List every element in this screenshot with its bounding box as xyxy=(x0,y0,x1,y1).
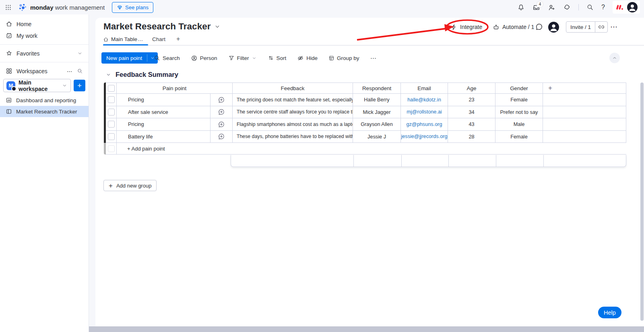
column-summary-footer xyxy=(231,155,626,167)
search-button[interactable]: Search xyxy=(154,55,180,61)
gender-cell[interactable]: Prefer not to say xyxy=(495,106,543,119)
board-owner-avatar[interactable] xyxy=(548,22,559,33)
help-menu-button[interactable]: ? xyxy=(601,4,605,11)
new-pain-point-button[interactable]: New pain point xyxy=(101,52,158,64)
board-chat-button[interactable] xyxy=(535,23,543,31)
sidebar-item-market-research-tracker[interactable]: Market Research Tracker xyxy=(0,106,89,117)
person-filter-button[interactable]: Person xyxy=(191,55,217,62)
workspace-search-icon[interactable] xyxy=(77,68,83,74)
add-conversation-icon[interactable] xyxy=(218,133,225,140)
age-cell[interactable]: 23 xyxy=(448,94,495,106)
respondent-cell[interactable]: Jessie J xyxy=(353,131,401,143)
add-pain-point-button[interactable]: + Add pain point xyxy=(117,143,626,155)
app-grid-icon[interactable] xyxy=(5,4,12,11)
pain-point-cell[interactable]: Pricing xyxy=(117,94,211,106)
tab-main-table[interactable]: Main Table xyxy=(103,36,137,42)
select-all-checkbox[interactable] xyxy=(108,85,115,92)
feedback-cell[interactable]: These days, phone batteries have to be r… xyxy=(233,131,353,143)
workspaces-menu-button[interactable]: ⋯ xyxy=(67,68,73,74)
gender-cell[interactable]: Female xyxy=(495,131,543,143)
chevron-up-icon xyxy=(612,55,617,61)
feedback-cell[interactable]: Flagship smartphones almost cost as much… xyxy=(233,118,353,131)
column-header-pain-point[interactable]: Pain point xyxy=(117,82,233,94)
add-conversation-icon[interactable] xyxy=(218,96,225,103)
column-header-feedback[interactable]: Feedback xyxy=(233,82,353,94)
add-workspace-item-button[interactable]: + xyxy=(74,80,85,91)
board-menu-button[interactable]: ⋯ xyxy=(610,23,618,31)
pain-point-cell[interactable]: After sale service xyxy=(117,106,211,119)
column-header-gender[interactable]: Gender xyxy=(495,82,543,94)
group-color-bar xyxy=(104,82,106,143)
toolbar-menu-button[interactable]: ⋯ xyxy=(370,55,377,61)
sidebar-item-workspaces[interactable]: Workspaces ⋯ xyxy=(0,65,89,77)
product-name: monday work management xyxy=(30,4,105,11)
apps-marketplace-button[interactable] xyxy=(563,4,571,11)
topbar-actions: 4 ? xyxy=(517,0,640,14)
row-checkbox[interactable] xyxy=(108,121,115,128)
sidebar-item-favorites[interactable]: Favorites xyxy=(0,47,89,59)
tab-options-button[interactable]: ⋯ xyxy=(138,38,143,43)
add-conversation-icon[interactable] xyxy=(218,108,225,115)
sort-button[interactable]: Sort xyxy=(268,55,287,61)
add-column-button[interactable]: + xyxy=(543,82,626,94)
add-new-group-button[interactable]: + Add new group xyxy=(103,180,157,191)
see-plans-button[interactable]: See plans xyxy=(112,2,153,13)
email-cell[interactable]: halle@kdotz.in xyxy=(401,94,448,106)
filter-button[interactable]: Filter xyxy=(228,55,257,61)
respondent-cell[interactable]: Halle Berry xyxy=(353,94,401,106)
marketplace-icon xyxy=(563,4,571,11)
horizontal-scrollbar[interactable] xyxy=(89,326,644,332)
search-everything-button[interactable] xyxy=(586,4,594,11)
row-checkbox[interactable] xyxy=(108,96,115,103)
respondent-cell[interactable]: Grayson Allen xyxy=(353,118,401,131)
person-icon xyxy=(191,55,198,62)
pain-point-cell[interactable]: Battery life xyxy=(117,131,211,143)
email-cell[interactable]: gz@phsuns.org xyxy=(401,118,448,131)
automate-button[interactable]: Automate / 1 xyxy=(493,21,534,33)
sidebar-item-my-work[interactable]: My work xyxy=(0,30,89,41)
column-header-email[interactable]: Email xyxy=(401,82,448,94)
group-by-button[interactable]: Group by xyxy=(328,55,359,61)
footer-divider xyxy=(496,155,496,167)
group-by-icon xyxy=(328,55,334,61)
row-checkbox[interactable] xyxy=(108,109,115,115)
chevron-down-icon[interactable] xyxy=(77,50,83,56)
tab-label: Main Table xyxy=(111,36,137,42)
gender-cell[interactable]: Female xyxy=(495,94,543,106)
age-cell[interactable]: 34 xyxy=(448,106,495,119)
collapse-header-button[interactable] xyxy=(609,53,620,63)
row-checkbox[interactable] xyxy=(108,133,115,140)
hide-button[interactable]: Hide xyxy=(297,55,318,62)
feedback-cell[interactable]: The pricing does not match the feature s… xyxy=(233,94,353,106)
help-button[interactable]: Help xyxy=(598,307,621,318)
respondent-cell[interactable]: Mick Jagger xyxy=(353,106,401,119)
feedback-cell[interactable]: The service centre staff always force yo… xyxy=(233,106,353,119)
add-conversation-icon[interactable] xyxy=(218,121,225,128)
email-cell[interactable]: mj@rollstone.ai xyxy=(401,106,448,119)
add-row-checkbox-cell xyxy=(106,143,117,155)
sidebar-item-dashboard[interactable]: Dashboard and reporting xyxy=(0,95,89,106)
group-header[interactable]: Feedback Summary xyxy=(105,71,178,78)
vertical-scrollbar[interactable] xyxy=(640,82,644,321)
workspace-selector[interactable]: M Main workspace xyxy=(3,79,71,92)
tab-chart[interactable]: Chart xyxy=(152,36,165,42)
invite-button[interactable]: Invite / 1 xyxy=(566,22,595,32)
pain-point-cell[interactable]: Pricing xyxy=(117,118,211,131)
user-avatar[interactable] xyxy=(627,2,638,12)
copy-link-button[interactable] xyxy=(595,22,607,32)
board-title[interactable]: Market Research Tracker xyxy=(103,21,221,32)
column-header-respondent[interactable]: Respondent xyxy=(353,82,401,94)
footer-divider xyxy=(401,155,402,167)
integrate-button[interactable]: Integrate xyxy=(450,21,482,33)
column-header-age[interactable]: Age xyxy=(448,82,495,94)
sidebar-item-home[interactable]: Home xyxy=(0,18,89,30)
add-view-button[interactable]: + xyxy=(176,35,180,43)
age-cell[interactable]: 43 xyxy=(448,118,495,131)
invite-members-button[interactable] xyxy=(548,4,555,11)
notifications-button[interactable] xyxy=(517,4,525,11)
footer-divider xyxy=(543,155,544,167)
gender-cell[interactable]: Male xyxy=(495,118,543,131)
email-cell[interactable]: jessie@jjrecords.org xyxy=(401,131,448,143)
age-cell[interactable]: 28 xyxy=(448,131,495,143)
inbox-button[interactable]: 4 xyxy=(533,4,540,11)
